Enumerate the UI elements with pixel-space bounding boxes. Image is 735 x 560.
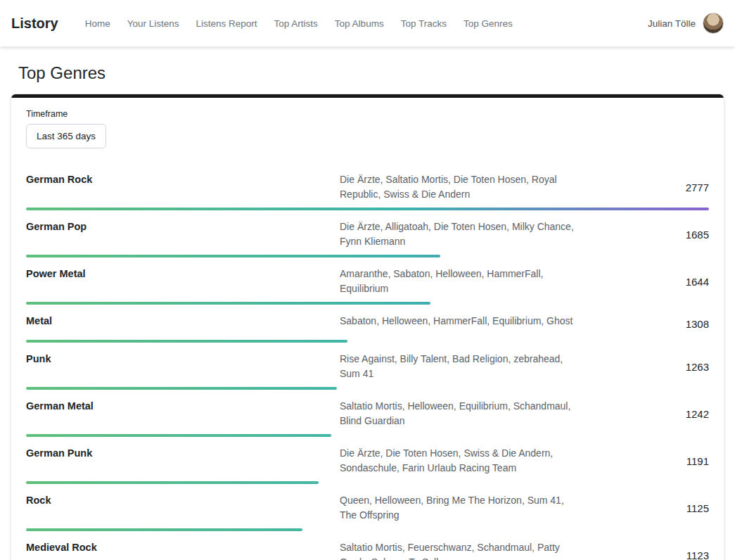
nav-item-top-albums[interactable]: Top Albums [329, 13, 390, 34]
nav-item-your-listens[interactable]: Your Listens [122, 13, 185, 34]
genre-count: 1123 [579, 549, 709, 560]
genre-count: 1685 [579, 229, 709, 241]
genre-name: German Punk [26, 446, 340, 459]
genre-bar-track [26, 208, 709, 210]
genre-bar-fill [26, 302, 430, 305]
genre-bar-fill [26, 255, 440, 257]
genre-row: German Pop Die Ärzte, Alligatoah, Die To… [26, 214, 709, 261]
user-name[interactable]: Julian Tölle [648, 18, 696, 29]
brand-logo[interactable]: Listory [11, 15, 58, 32]
genre-artists: Sabaton, Helloween, HammerFall, Equilibr… [340, 314, 579, 329]
genre-name: German Pop [26, 219, 340, 232]
genre-artists: Die Ärzte, Die Toten Hosen, Swiss & Die … [340, 446, 579, 476]
genre-count: 1308 [579, 318, 709, 330]
genre-row: Metal Sabaton, Helloween, HammerFall, Eq… [26, 308, 709, 346]
genre-row: Power Metal Amaranthe, Sabaton, Hellowee… [26, 261, 709, 308]
genre-artists: Saltatio Mortis, Helloween, Equilibrium,… [340, 399, 579, 428]
genre-count: 2777 [579, 182, 709, 193]
nav-item-listens-report[interactable]: Listens Report [191, 13, 263, 34]
nav-user-area: Julian Tölle [648, 13, 724, 34]
nav-item-top-genres[interactable]: Top Genres [458, 13, 518, 34]
genre-row: Medieval Rock Saltatio Mortis, Feuerschw… [26, 535, 709, 560]
genre-bar-track [26, 387, 709, 390]
user-avatar[interactable] [703, 13, 724, 34]
genre-bar-track [26, 255, 709, 257]
genre-bar-track [26, 340, 709, 343]
genre-artists: Queen, Helloween, Bring Me The Horizon, … [340, 493, 579, 523]
genre-artists: Die Ärzte, Saltatio Mortis, Die Toten Ho… [340, 172, 579, 202]
timeframe-dropdown-button[interactable]: Last 365 days [26, 124, 106, 148]
genre-count: 1125 [579, 502, 709, 514]
genre-bar-fill [26, 434, 331, 437]
genre-count: 1242 [579, 408, 709, 420]
genre-row: Rock Queen, Helloween, Bring Me The Hori… [26, 488, 709, 535]
genre-name: Medieval Rock [26, 540, 340, 553]
genre-count: 1263 [579, 361, 709, 373]
genre-name: German Rock [26, 172, 340, 185]
genre-artists: Die Ärzte, Alligatoah, Die Toten Hosen, … [340, 219, 579, 249]
genre-bar-fill [26, 387, 337, 390]
genre-row: German Punk Die Ärzte, Die Toten Hosen, … [26, 440, 709, 488]
genre-name: Punk [26, 352, 340, 364]
genre-table: German Rock Die Ärzte, Saltatio Mortis, … [26, 167, 709, 560]
genre-artists: Rise Against, Billy Talent, Bad Religion… [340, 352, 579, 381]
top-nav: Listory Home Your Listens Listens Report… [0, 0, 735, 46]
genre-artists: Amaranthe, Sabaton, Helloween, HammerFal… [340, 267, 579, 296]
nav-item-home[interactable]: Home [79, 13, 116, 34]
genre-bar-track [26, 434, 709, 437]
genre-bar-fill [26, 481, 319, 484]
top-genres-card: Timeframe Last 365 days German Rock Die … [11, 94, 724, 560]
page-title: Top Genres [18, 63, 735, 83]
genre-name: Metal [26, 314, 340, 326]
nav-menu: Home Your Listens Listens Report Top Art… [79, 13, 524, 34]
genre-row: Punk Rise Against, Billy Talent, Bad Rel… [26, 346, 709, 393]
genre-row: German Rock Die Ärzte, Saltatio Mortis, … [26, 167, 709, 214]
nav-item-top-artists[interactable]: Top Artists [269, 13, 324, 34]
genre-bar-fill [26, 528, 302, 531]
nav-item-top-tracks[interactable]: Top Tracks [395, 13, 452, 34]
genre-name: Power Metal [26, 267, 340, 279]
genre-row: German Metal Saltatio Mortis, Helloween,… [26, 393, 709, 440]
timeframe-label: Timeframe [26, 109, 709, 119]
genre-name: Rock [26, 493, 340, 506]
genre-count: 1644 [579, 276, 709, 288]
genre-bar-track [26, 302, 709, 305]
genre-count: 1191 [579, 455, 709, 467]
genre-bar-track [26, 528, 709, 531]
genre-artists: Saltatio Mortis, Feuerschwanz, Schandmau… [340, 540, 579, 560]
genre-bar-fill [26, 340, 347, 343]
genre-bar-fill [26, 208, 709, 210]
genre-name: German Metal [26, 399, 340, 412]
genre-bar-track [26, 481, 709, 484]
